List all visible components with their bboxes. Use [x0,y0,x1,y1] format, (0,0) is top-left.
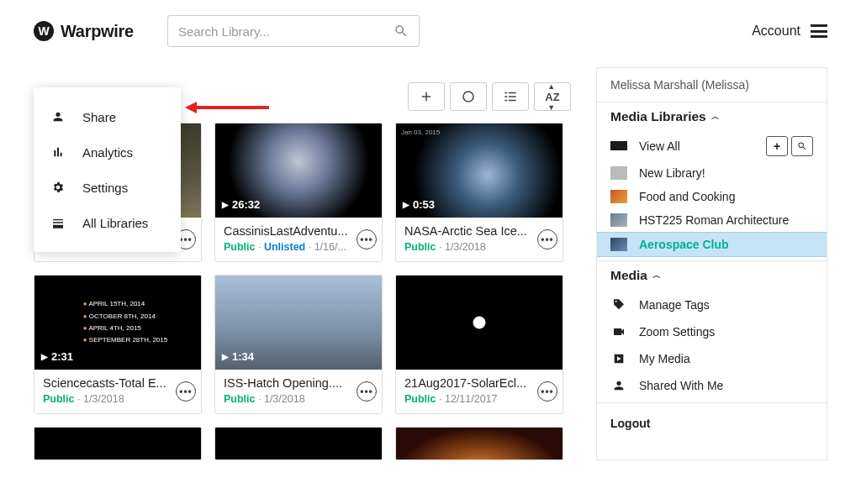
sidebar-item-label: Aerospace Club [639,238,729,251]
video-card[interactable] [34,427,202,460]
listing-badge: Unlisted [264,241,305,253]
sort-button[interactable]: ▲AZ▼ [534,82,571,111]
video-card[interactable] [395,427,563,460]
video-title: Sciencecasts-Total E... [43,376,169,390]
add-button[interactable] [408,82,445,111]
sidebar-item-label: Food and Cooking [639,190,735,203]
video-title: ISS-Hatch Opening.... [224,376,350,390]
analytics-icon [50,144,66,160]
duration-badge: 0:53 [403,198,435,211]
sidebar-user: Melissa Marshall (Melissa) [597,68,827,102]
sidebar-shared-with-me[interactable]: Shared With Me [610,372,813,399]
sidebar-view-all[interactable]: View All + [610,131,813,161]
sidebar-item-label: My Media [639,352,690,365]
gear-icon [50,180,66,195]
sidebar-item-label: HST225 Roman Architecture [639,213,789,227]
person-icon [50,109,66,124]
card-more-button[interactable]: ••• [357,381,377,402]
annotation-arrow [185,99,269,119]
video-title: 21Aug2017-SolarEcl... [404,376,531,390]
brand-mark: W [34,21,54,41]
camera-icon [610,325,627,339]
visibility-badge: Public [404,393,436,405]
video-thumbnail [215,428,382,460]
sidebar-section-libraries[interactable]: Media Libraries︿ [610,109,813,124]
search-input[interactable] [178,24,394,39]
video-card[interactable]: Jan 03, 20150:53 NASA-Arctic Sea Ice... … [395,123,563,262]
video-thumbnail [34,428,201,460]
thumb-overlay-text: APRIL 15TH, 2014OCTOBER 8TH, 2014APRIL 4… [68,298,167,347]
menu-share-label: Share [82,110,116,124]
library-dropdown-menu: Share Analytics Settings All Libraries [34,87,181,252]
svg-point-0 [463,92,473,102]
brand-name: Warpwire [61,22,134,41]
video-card[interactable]: 1:34 ISS-Hatch Opening.... Public · 1/3/… [214,275,383,414]
sidebar-library-item[interactable]: New Library! [610,161,813,185]
sidebar-item-label: Manage Tags [639,298,710,312]
search-icon [394,24,409,39]
visibility-badge: Public [224,241,256,253]
video-title: NASA-Arctic Sea Ice... [404,224,531,238]
search-input-wrap [167,15,420,47]
record-button[interactable] [450,82,487,111]
video-thumbnail: 26:32 [215,123,382,218]
visibility-badge: Public [224,393,256,405]
sidebar-item-label: Shared With Me [639,379,723,392]
sidebar: Melissa Marshall (Melissa) Media Librari… [596,67,827,460]
video-date: 1/16/... [314,241,346,253]
sidebar-my-media[interactable]: My Media [610,345,813,372]
library-thumb-icon [610,238,627,251]
thumb-overlay-text: Jan 03, 2015 [401,129,440,136]
card-more-button[interactable]: ••• [537,381,557,402]
video-thumbnail: Jan 03, 20150:53 [396,123,563,218]
menu-analytics-label: Analytics [82,145,133,160]
library-thumb-icon [610,190,627,203]
video-date: 1/3/2018 [264,393,305,405]
sidebar-item-label: New Library! [639,166,705,180]
menu-share[interactable]: Share [34,99,181,134]
account-link[interactable]: Account [752,24,800,39]
menu-analytics[interactable]: Analytics [34,134,181,170]
menu-settings[interactable]: Settings [34,170,181,205]
video-thumbnail [396,428,563,460]
tag-icon [610,298,627,312]
sidebar-library-item-selected[interactable]: Aerospace Club [597,232,827,257]
video-card[interactable]: 26:32 CassinisLastAdventu... Public · Un… [214,123,383,262]
person-icon [610,379,627,392]
menu-all-libraries[interactable]: All Libraries [34,205,181,240]
menu-icon[interactable] [811,24,827,38]
app-header: W Warpwire Account [0,0,861,55]
list-view-button[interactable] [492,82,529,111]
video-thumbnail [396,276,563,370]
video-date: 12/11/2017 [445,393,498,405]
sidebar-section-media[interactable]: Media︿ [610,268,813,283]
add-library-button[interactable]: + [766,136,788,156]
libraries-icon [50,215,66,230]
brand-logo[interactable]: W Warpwire [34,21,134,41]
sidebar-library-item[interactable]: Food and Cooking [610,185,813,208]
video-thumbnail: 1:34 [215,276,382,370]
stack-icon [610,141,627,153]
sidebar-library-item[interactable]: HST225 Roman Architecture [610,208,813,232]
card-more-button[interactable]: ••• [176,381,196,402]
card-more-button[interactable]: ••• [357,229,377,249]
sidebar-item-label: View All [639,139,680,153]
duration-badge: 26:32 [222,198,260,211]
card-more-button[interactable]: ••• [537,229,557,249]
video-card[interactable] [214,427,383,460]
video-title: CassinisLastAdventu... [224,224,350,238]
video-card[interactable]: 21Aug2017-SolarEcl... Public · 12/11/201… [395,275,563,414]
video-card[interactable]: APRIL 15TH, 2014OCTOBER 8TH, 2014APRIL 4… [34,275,202,414]
sidebar-zoom-settings[interactable]: Zoom Settings [610,318,813,345]
search-library-button[interactable] [791,136,813,156]
visibility-badge: Public [404,241,436,253]
sidebar-manage-tags[interactable]: Manage Tags [610,291,813,318]
play-icon [610,352,627,365]
video-thumbnail: APRIL 15TH, 2014OCTOBER 8TH, 2014APRIL 4… [34,276,201,370]
sidebar-item-label: Zoom Settings [639,325,715,339]
logout-link[interactable]: Logout [597,403,827,444]
menu-settings-label: Settings [82,181,128,195]
library-thumb-icon [610,213,627,227]
duration-badge: 2:31 [41,350,73,363]
chevron-up-icon: ︿ [652,270,661,281]
